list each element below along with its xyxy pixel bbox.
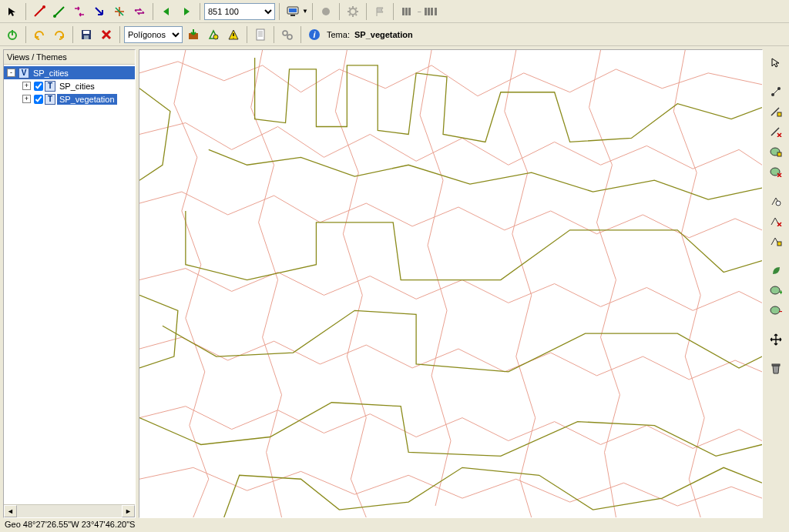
map-canvas[interactable] [139, 49, 763, 518]
svg-text:+: + [779, 289, 782, 296]
monitor-icon[interactable] [284, 2, 302, 21]
separator [200, 3, 200, 20]
edge-add-icon[interactable] [767, 103, 784, 120]
swap-icon[interactable] [130, 2, 149, 21]
svg-rect-37 [772, 364, 780, 366]
expand-icon[interactable]: - [7, 69, 15, 77]
forward-icon[interactable] [177, 2, 196, 21]
document-icon[interactable] [251, 25, 270, 44]
move-icon[interactable] [767, 331, 784, 348]
tree-node-view[interactable]: - V SP_cities [4, 66, 135, 79]
tema-value: SP_vegetation [354, 30, 413, 39]
svg-point-6 [350, 8, 356, 15]
gear-icon[interactable] [344, 2, 362, 21]
import-icon[interactable] [184, 25, 203, 44]
flag-icon[interactable] [371, 2, 389, 21]
theme-icon: T [45, 94, 55, 105]
polygon-add-icon[interactable] [767, 143, 784, 160]
arrow-down-right-icon[interactable] [90, 2, 109, 21]
status-coords: Geo 48°27'26.55"W 23°47'46.20"S [5, 520, 135, 529]
layer-checkbox[interactable] [34, 82, 43, 91]
link-arrows-icon[interactable] [70, 2, 89, 21]
three-bars-icon[interactable] [398, 2, 416, 21]
save-icon[interactable] [77, 25, 96, 44]
view-icon: V [18, 68, 29, 79]
scroll-track[interactable] [17, 505, 122, 517]
pen-green-icon[interactable] [50, 2, 69, 21]
info-icon[interactable]: i [305, 25, 324, 44]
redo-icon[interactable] [50, 25, 69, 44]
scroll-right-icon[interactable]: ► [122, 505, 135, 517]
tree-label: SP_cities [31, 68, 71, 79]
svg-point-21 [283, 31, 287, 35]
separator [339, 3, 340, 20]
back-icon[interactable] [157, 2, 176, 21]
leaf-icon[interactable] [767, 262, 784, 279]
svg-rect-32 [777, 242, 781, 246]
svg-point-5 [322, 8, 330, 15]
svg-rect-11 [428, 8, 430, 15]
views-themes-panel: Views / Themes - V SP_cities + T SP_citi… [3, 49, 136, 518]
dropdown-arrow-icon[interactable]: ▼ [302, 8, 308, 15]
expand-icon[interactable]: + [22, 95, 31, 103]
separator [279, 3, 280, 20]
separator [393, 3, 394, 20]
separator [153, 3, 153, 20]
status-bar: Geo 48°27'26.55"W 23°47'46.20"S [0, 518, 789, 532]
separator [25, 26, 26, 43]
svg-rect-7 [402, 8, 405, 15]
svg-rect-4 [290, 15, 295, 16]
toolbar-edit: Polígonos i Tema: SP_vegetation [0, 23, 789, 46]
expand-icon[interactable]: + [22, 82, 31, 90]
svg-rect-16 [83, 31, 89, 34]
three-bars-group-icon[interactable] [422, 2, 441, 21]
separator [119, 26, 120, 43]
separator [25, 3, 26, 20]
geometry-combo[interactable]: Polígonos [124, 26, 183, 43]
svg-rect-12 [431, 8, 433, 15]
delete-icon[interactable] [97, 25, 116, 44]
sidebar-hscroll[interactable]: ◄ ► [4, 504, 135, 517]
dash-indicator: – [418, 8, 421, 15]
scale-combo[interactable]: 851 100 [204, 3, 275, 20]
circle-icon[interactable] [317, 2, 335, 21]
svg-point-1 [53, 15, 56, 18]
edit-select-icon[interactable] [767, 192, 784, 209]
polygon-add2-icon[interactable]: + [767, 282, 784, 299]
layer-tree[interactable]: - V SP_cities + T SP_cities + T SP_veget… [4, 65, 135, 504]
trash-icon[interactable] [767, 360, 784, 377]
connect-points-icon[interactable] [767, 83, 784, 100]
layer-sp-cities [139, 50, 762, 517]
svg-rect-8 [405, 8, 408, 15]
tree-node-theme[interactable]: + T SP_cities [4, 79, 135, 92]
separator [72, 26, 73, 43]
edit-delete-icon[interactable] [767, 212, 784, 229]
tree-node-theme[interactable]: + T SP_vegetation [4, 92, 135, 105]
right-toolbar: + − [766, 49, 786, 518]
edge-remove-icon[interactable] [767, 123, 784, 140]
layer-checkbox[interactable] [34, 95, 43, 104]
layer-sp-vegetation [139, 58, 762, 517]
svg-rect-3 [289, 8, 297, 12]
toolbar-main: 851 100 ▼ – [0, 0, 789, 23]
edit-modify-icon[interactable] [767, 233, 784, 249]
svg-point-19 [213, 35, 218, 39]
svg-rect-10 [425, 8, 427, 15]
separator [366, 3, 367, 20]
separator [312, 3, 313, 20]
warning-icon[interactable] [224, 25, 243, 44]
multi-arrow-icon[interactable] [110, 2, 129, 21]
scroll-left-icon[interactable]: ◄ [4, 505, 17, 517]
pointer-icon[interactable] [3, 2, 22, 21]
pen-red-icon[interactable] [30, 2, 49, 21]
cursor-icon[interactable] [767, 54, 784, 71]
polygon-del2-icon[interactable]: − [767, 302, 784, 319]
svg-point-31 [776, 201, 781, 206]
svg-rect-9 [408, 8, 411, 15]
gears-icon[interactable] [278, 25, 297, 44]
undo-icon[interactable] [30, 25, 49, 44]
polygon-remove-icon[interactable] [767, 163, 784, 180]
map-svg[interactable] [139, 50, 762, 517]
geom-tool-icon[interactable] [204, 25, 223, 44]
power-icon[interactable] [3, 25, 22, 44]
